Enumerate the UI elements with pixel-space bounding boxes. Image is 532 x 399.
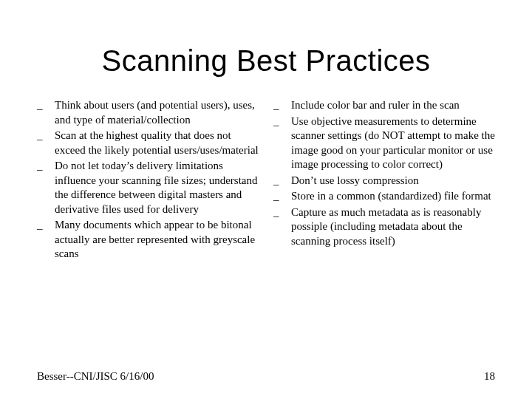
bullet-marker: _ xyxy=(37,98,55,127)
slide: Scanning Best Practices _ Think about us… xyxy=(0,0,532,399)
bullet-marker: _ xyxy=(37,129,55,157)
list-item-text: Include color bar and ruler in the scan xyxy=(291,98,495,113)
bullet-marker: _ xyxy=(273,115,291,172)
bullet-marker: _ xyxy=(37,218,55,262)
list-item: _ Use objective measurements to determin… xyxy=(273,115,495,172)
list-item-text: Do not let today’s delivery limitations … xyxy=(55,159,259,216)
list-item-text: Capture as much metadata as is reasonabl… xyxy=(291,205,495,249)
list-item: _ Scan at the highest quality that does … xyxy=(37,129,259,157)
slide-footer: Besser--CNI/JISC 6/16/00 18 xyxy=(37,370,495,383)
right-column: _ Include color bar and ruler in the sca… xyxy=(273,98,495,263)
list-item-text: Scan at the highest quality that does no… xyxy=(55,129,259,157)
footer-left: Besser--CNI/JISC 6/16/00 xyxy=(37,370,154,383)
left-column: _ Think about users (and potential users… xyxy=(37,98,259,263)
list-item-text: Store in a common (standardized) file fo… xyxy=(291,189,495,204)
list-item: _ Include color bar and ruler in the sca… xyxy=(273,98,495,113)
list-item: _ Think about users (and potential users… xyxy=(37,98,259,127)
list-item-text: Use objective measurements to determine … xyxy=(291,115,495,172)
bullet-marker: _ xyxy=(273,189,291,204)
list-item: _ Capture as much metadata as is reasona… xyxy=(273,205,495,249)
bullet-marker: _ xyxy=(273,174,291,188)
list-item: _ Store in a common (standardized) file … xyxy=(273,189,495,204)
slide-title: Scanning Best Practices xyxy=(37,44,495,78)
list-item-text: Many documents which appear to be bitona… xyxy=(55,218,259,262)
list-item-text: Think about users (and potential users),… xyxy=(55,98,259,127)
list-item: _ Many documents which appear to be bito… xyxy=(37,218,259,262)
list-item-text: Don’t use lossy compression xyxy=(291,174,495,188)
bullet-marker: _ xyxy=(273,98,291,113)
content-columns: _ Think about users (and potential users… xyxy=(37,98,495,263)
list-item: _ Do not let today’s delivery limitation… xyxy=(37,159,259,216)
list-item: _ Don’t use lossy compression xyxy=(273,174,495,188)
bullet-marker: _ xyxy=(37,159,55,216)
slide-number: 18 xyxy=(484,370,495,383)
bullet-marker: _ xyxy=(273,205,291,249)
